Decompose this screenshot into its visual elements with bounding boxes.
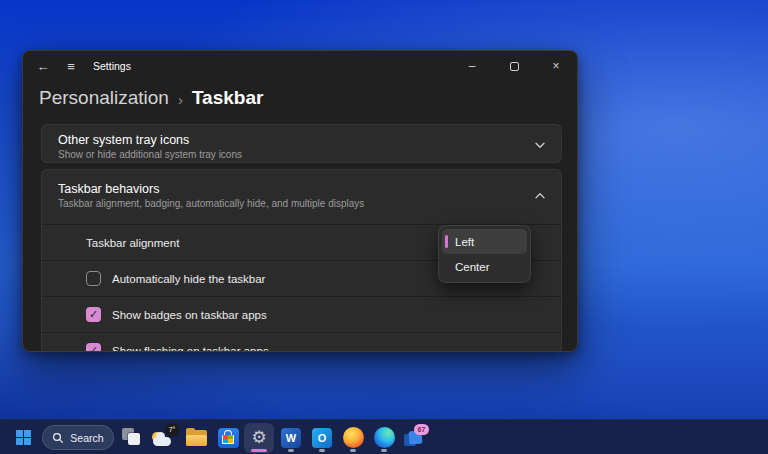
chevron-up-icon <box>534 190 546 202</box>
file-explorer-button[interactable] <box>181 422 211 453</box>
search-label: Search <box>70 432 103 444</box>
show-badges-label: Show badges on taskbar apps <box>112 309 267 321</box>
option-label: Center <box>455 261 490 273</box>
desktop-wallpaper: ← ≡ Settings – × Personalization › Ta <box>0 0 768 454</box>
option-label: Left <box>455 236 474 248</box>
running-app-indicator <box>288 449 294 452</box>
settings-app-button[interactable]: ⚙ <box>244 422 274 453</box>
selected-indicator-bar <box>445 235 448 248</box>
card-title: Taskbar behaviors <box>58 181 545 197</box>
window-title: Settings <box>93 60 131 72</box>
card-subtitle: Show or hide additional system tray icon… <box>58 148 545 161</box>
microsoft-store-button[interactable] <box>213 422 243 453</box>
folder-icon <box>186 430 207 446</box>
minimize-button[interactable]: – <box>451 51 493 81</box>
outlook-icon: O <box>312 428 332 448</box>
taskbar-alignment-label: Taskbar alignment <box>86 237 179 249</box>
widgets-weather-button[interactable]: 7° <box>149 422 179 453</box>
settings-window: ← ≡ Settings – × Personalization › Ta <box>22 50 578 352</box>
show-badges-checkbox[interactable]: ✓ <box>86 307 101 322</box>
weather-badge: 7° <box>165 423 179 437</box>
hamburger-icon: ≡ <box>67 59 75 74</box>
task-view-button[interactable] <box>117 422 147 453</box>
word-button[interactable]: W <box>276 422 306 453</box>
firefox-button[interactable] <box>338 422 368 453</box>
dropdown-option-center[interactable]: Center <box>442 254 527 279</box>
search-icon <box>52 432 64 444</box>
card-other-system-tray-icons[interactable]: Other system tray icons Show or hide add… <box>41 124 562 163</box>
back-icon: ← <box>37 59 50 74</box>
breadcrumb: Personalization › Taskbar <box>39 87 263 109</box>
edge-button[interactable] <box>369 422 399 453</box>
task-view-icon <box>122 428 142 448</box>
maximize-icon <box>510 62 519 71</box>
outlook-button[interactable]: O <box>307 422 337 453</box>
active-app-highlight: ⚙ <box>244 423 274 453</box>
active-app-indicator <box>251 449 267 452</box>
card-title: Other system tray icons <box>58 132 545 148</box>
taskbar: Search 7° ⚙ <box>0 419 768 454</box>
titlebar: ← ≡ Settings – × <box>23 51 577 81</box>
start-button[interactable] <box>8 422 38 453</box>
row-show-badges[interactable]: ✓ Show badges on taskbar apps <box>42 296 561 332</box>
running-app-indicator <box>350 449 356 452</box>
window-controls: – × <box>451 51 577 81</box>
notification-badge: 67 <box>414 424 429 435</box>
gear-icon: ⚙ <box>251 429 266 446</box>
close-button[interactable]: × <box>535 51 577 81</box>
edge-icon <box>374 427 395 448</box>
weather-icon: 7° <box>151 426 177 450</box>
card-header[interactable]: Taskbar behaviors Taskbar alignment, bad… <box>42 170 561 222</box>
autohide-checkbox[interactable] <box>86 271 101 286</box>
firefox-icon <box>343 427 364 448</box>
maximize-button[interactable] <box>493 51 535 81</box>
mail-app-button[interactable]: 67 <box>399 422 429 453</box>
chevron-down-icon <box>534 139 546 151</box>
running-app-indicator <box>319 449 325 452</box>
store-icon <box>218 428 239 448</box>
dropdown-option-left[interactable]: Left <box>442 229 527 254</box>
card-subtitle: Taskbar alignment, badging, automaticall… <box>58 197 545 210</box>
navigation-menu-button[interactable]: ≡ <box>57 54 85 78</box>
close-icon: × <box>552 59 559 73</box>
minimize-icon: – <box>469 59 476 73</box>
row-show-flashing[interactable]: ✓ Show flashing on taskbar apps <box>42 332 561 352</box>
windows-logo-icon <box>16 430 31 445</box>
breadcrumb-personalization[interactable]: Personalization <box>39 87 169 109</box>
running-app-indicator <box>381 449 387 452</box>
mail-app-icon: 67 <box>401 426 427 450</box>
back-button[interactable]: ← <box>29 54 57 78</box>
word-icon: W <box>281 428 301 448</box>
autohide-label: Automatically hide the taskbar <box>112 273 265 285</box>
page-title: Taskbar <box>192 87 263 109</box>
card-header: Other system tray icons Show or hide add… <box>42 125 561 164</box>
alignment-dropdown-flyout: Left Center <box>438 225 531 283</box>
breadcrumb-separator: › <box>178 89 183 108</box>
show-flashing-checkbox[interactable]: ✓ <box>86 343 101 352</box>
search-box[interactable]: Search <box>42 425 114 450</box>
show-flashing-label: Show flashing on taskbar apps <box>112 345 269 353</box>
